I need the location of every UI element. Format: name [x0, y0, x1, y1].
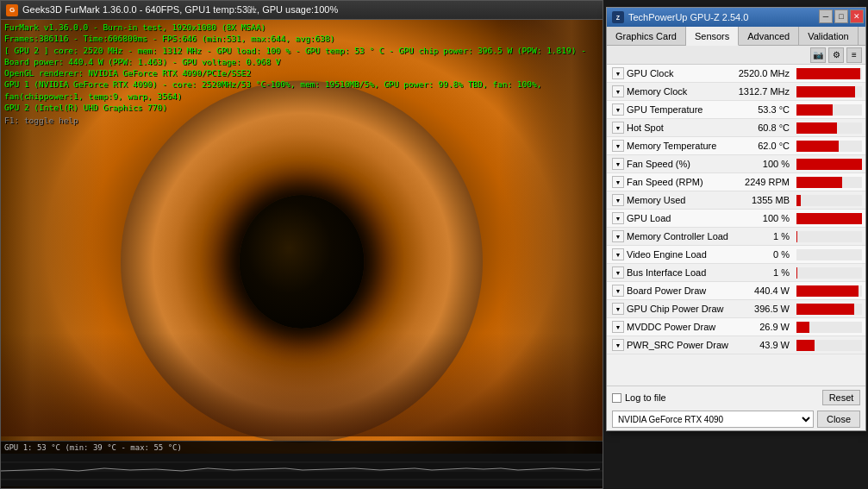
- sensor-dropdown-6[interactable]: ▼: [612, 176, 624, 188]
- sensor-row: ▼ GPU Chip Power Draw 396.5 W: [607, 300, 865, 318]
- reset-button[interactable]: Reset: [822, 390, 860, 405]
- sensor-name: ▼ Bus Interface Load: [607, 266, 734, 279]
- sensor-name: ▼ Memory Clock: [607, 85, 734, 97]
- tab-validation[interactable]: Validation: [799, 27, 859, 45]
- sensor-row: ▼ Board Power Draw 440.4 W: [607, 282, 865, 300]
- sensor-dropdown-11[interactable]: ▼: [612, 266, 624, 279]
- sensor-value-6: 2249 RPM: [734, 177, 793, 187]
- extra-button[interactable]: ≡: [846, 47, 862, 63]
- graph-label: GPU 1: 53 °C (min: 39 °C - max: 55 °C): [1, 442, 603, 454]
- sensor-name: ▼ GPU Chip Power Draw: [607, 303, 734, 315]
- close-button[interactable]: Close: [817, 411, 860, 428]
- sensor-dropdown-4[interactable]: ▼: [612, 140, 624, 152]
- furmark-titlebar: G Geeks3D FurMark 1.36.0.0 - 640FPS, GPU…: [1, 1, 603, 20]
- tab-graphics-card[interactable]: Graphics Card: [607, 27, 686, 45]
- sensor-dropdown-0[interactable]: ▼: [612, 67, 624, 79]
- sensor-value-13: 396.5 W: [734, 304, 793, 314]
- gpuz-tabs: Graphics Card Sensors Advanced Validatio…: [607, 27, 865, 46]
- sensor-dropdown-2[interactable]: ▼: [612, 103, 624, 116]
- sensor-row: ▼ PWR_SRC Power Draw 43.9 W: [607, 336, 865, 354]
- sensor-bar-3: [796, 122, 837, 134]
- bottom-pattern: [1, 333, 603, 436]
- sensor-row: ▼ GPU Temperature 53.3 °C: [607, 101, 865, 119]
- tab-advanced[interactable]: Advanced: [739, 27, 799, 45]
- sensors-list: ▼ GPU Clock 2520.0 MHz ▼ Memory Clock 13…: [607, 65, 865, 354]
- sensor-value-1: 1312.7 MHz: [734, 86, 793, 97]
- sensor-value-8: 100 %: [734, 213, 793, 223]
- sensor-row: ▼ Memory Clock 1312.7 MHz: [607, 83, 865, 101]
- sensor-value-9: 1 %: [734, 231, 793, 241]
- sensor-bar-container-3: [796, 122, 862, 134]
- gpuz-app-icon: Z: [612, 11, 624, 23]
- sensor-dropdown-13[interactable]: ▼: [612, 303, 624, 315]
- sensor-dropdown-5[interactable]: ▼: [612, 158, 624, 170]
- sensor-name: ▼ Video Engine Load: [607, 248, 734, 260]
- sensor-dropdown-12[interactable]: ▼: [612, 285, 624, 297]
- sensor-value-11: 1 %: [734, 267, 793, 278]
- sensor-bar-container-1: [796, 86, 862, 97]
- sensor-row: ▼ Fan Speed (RPM) 2249 RPM: [607, 173, 865, 191]
- sensor-row: ▼ Fan Speed (%) 100 %: [607, 155, 865, 173]
- sensor-row: ▼ Bus Interface Load 1 %: [607, 264, 865, 282]
- sensor-dropdown-15[interactable]: ▼: [612, 339, 624, 351]
- sensor-bar-6: [796, 177, 842, 188]
- graph-canvas: [1, 454, 603, 486]
- graph-area: GPU 1: 53 °C (min: 39 °C - max: 55 °C): [1, 441, 603, 488]
- sensor-row: ▼ Memory Controller Load 1 %: [607, 228, 865, 246]
- sensor-row: ▼ MVDDC Power Draw 26.9 W: [607, 318, 865, 336]
- settings-button[interactable]: ⚙: [828, 47, 844, 63]
- sensor-bar-1: [796, 86, 855, 97]
- sensor-name: ▼ PWR_SRC Power Draw: [607, 339, 734, 351]
- sensor-bar-container-6: [796, 177, 862, 188]
- sensor-bar-12: [796, 285, 859, 297]
- sensor-row: ▼ GPU Load 100 %: [607, 210, 865, 228]
- sensor-name: ▼ Fan Speed (%): [607, 158, 734, 170]
- sensor-dropdown-7[interactable]: ▼: [612, 194, 624, 206]
- sensor-bar-7: [796, 195, 801, 206]
- sensor-row: ▼ GPU Clock 2520.0 MHz: [607, 65, 865, 83]
- tab-sensors[interactable]: Sensors: [686, 27, 739, 46]
- sensor-bar-5: [796, 159, 862, 170]
- gpu-selector-row: NVIDIA GeForce RTX 4090 Close: [607, 409, 865, 429]
- sensor-bar-container-11: [796, 267, 862, 279]
- furmark-title: Geeks3D FurMark 1.36.0.0 - 640FPS, GPU1 …: [22, 3, 338, 16]
- sensor-bar-container-12: [796, 285, 862, 297]
- sensor-value-15: 43.9 W: [734, 340, 793, 350]
- sensor-bar-4: [796, 141, 839, 152]
- sensors-scroll[interactable]: ▼ GPU Clock 2520.0 MHz ▼ Memory Clock 13…: [607, 65, 865, 386]
- camera-button[interactable]: 📷: [810, 47, 826, 63]
- sensor-dropdown-9[interactable]: ▼: [612, 230, 624, 242]
- eye-pupil: [240, 194, 365, 328]
- sensor-dropdown-10[interactable]: ▼: [612, 248, 624, 260]
- log-to-file-checkbox[interactable]: [612, 393, 621, 403]
- sensor-bar-8: [796, 213, 862, 224]
- sensor-value-2: 53.3 °C: [734, 104, 793, 115]
- sensor-value-5: 100 %: [734, 159, 793, 169]
- sensor-name: ▼ GPU Load: [607, 212, 734, 224]
- sensor-bar-container-9: [796, 231, 862, 242]
- gpuz-title: TechPowerUp GPU-Z 2.54.0: [628, 12, 748, 22]
- sensor-dropdown-3[interactable]: ▼: [612, 122, 624, 134]
- sensor-bar-container-7: [796, 195, 862, 206]
- sensor-value-4: 62.0 °C: [734, 141, 793, 151]
- sensor-bar-container-14: [796, 322, 862, 333]
- sensor-bar-container-15: [796, 340, 862, 351]
- maximize-button[interactable]: □: [834, 9, 848, 23]
- sensor-name: ▼ Board Power Draw: [607, 285, 734, 297]
- sensor-bar-9: [796, 231, 797, 242]
- gpuz-window-controls: ─ □ ✕: [819, 9, 864, 23]
- sensor-bar-14: [796, 322, 809, 333]
- sensor-value-0: 2520.0 MHz: [734, 68, 793, 78]
- gpu-selector[interactable]: NVIDIA GeForce RTX 4090: [612, 411, 814, 428]
- sensor-row: ▼ Hot Spot 60.8 °C: [607, 119, 865, 137]
- sensor-bar-container-4: [796, 141, 862, 152]
- minimize-button[interactable]: ─: [819, 9, 833, 23]
- sensor-name: ▼ GPU Temperature: [607, 103, 734, 116]
- sensor-name: ▼ Memory Controller Load: [607, 230, 734, 242]
- gpuz-toolbar: 📷 ⚙ ≡: [607, 46, 865, 65]
- sensor-dropdown-8[interactable]: ▼: [612, 212, 624, 224]
- sensor-bar-container-13: [796, 304, 862, 315]
- sensor-dropdown-14[interactable]: ▼: [612, 321, 624, 333]
- sensor-dropdown-1[interactable]: ▼: [612, 85, 624, 97]
- close-window-button[interactable]: ✕: [850, 9, 864, 23]
